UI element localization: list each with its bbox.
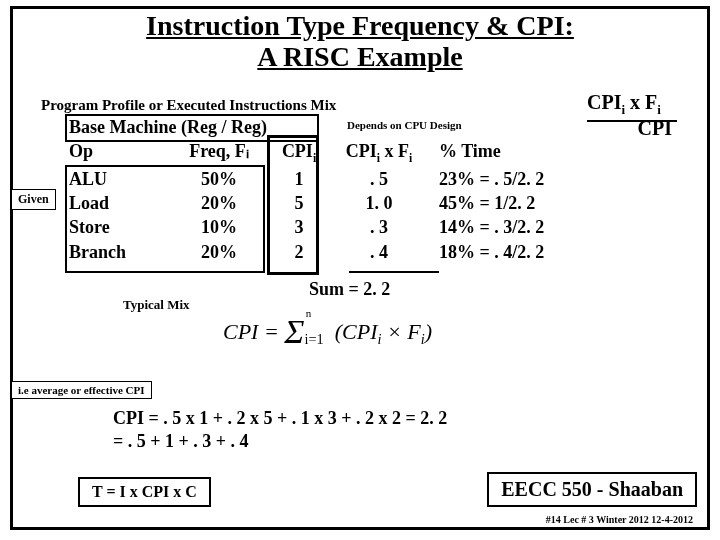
- table-row: Branch 20% 2 . 4 18% = . 4/2. 2: [69, 240, 589, 264]
- sum-rule: [349, 271, 439, 273]
- table-row: Load 20% 5 1. 0 45% = 1/2. 2: [69, 191, 589, 215]
- footer-info: #14 Lec # 3 Winter 2012 12-4-2012: [546, 514, 693, 525]
- cpi-denominator: CPI: [638, 117, 672, 140]
- course-box: EECC 550 - Shaaban: [487, 472, 697, 507]
- slide-title: Instruction Type Frequency & CPI: A RISC…: [13, 11, 707, 73]
- typical-mix-label: Typical Mix: [123, 297, 190, 313]
- profile-label: Program Profile or Executed Instructions…: [41, 97, 336, 114]
- data-table: Base Machine (Reg / Reg) Op Freq, Fᵢ CPI…: [69, 115, 589, 264]
- given-label: Given: [11, 189, 56, 210]
- avg-cpi-label: i.e average or effective CPI: [11, 381, 152, 399]
- table-row: ALU 50% 1 . 5 23% = . 5/2. 2: [69, 167, 589, 191]
- sum-value: Sum = 2. 2: [309, 279, 390, 300]
- cpi-calculation: CPI = . 5 x 1 + . 2 x 5 + . 1 x 3 + . 2 …: [113, 407, 447, 454]
- time-formula-box: T = I x CPI x C: [78, 477, 211, 507]
- cpi-summation-formula: CPI = Σi=1n (CPIi × Fi): [223, 309, 432, 348]
- table-row: Store 10% 3 . 3 14% = . 3/2. 2: [69, 215, 589, 239]
